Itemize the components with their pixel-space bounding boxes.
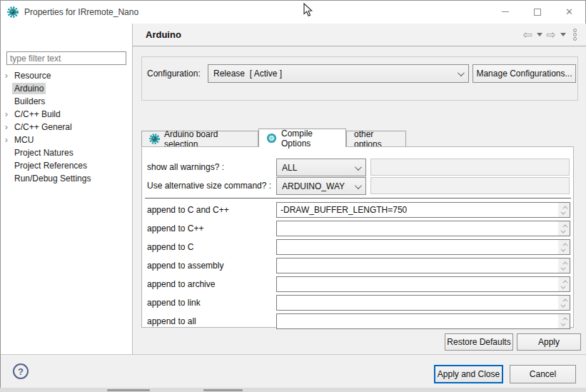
restore-defaults-button[interactable]: Restore Defaults xyxy=(445,333,513,351)
expand-chevron-icon[interactable] xyxy=(1,134,12,146)
append-all-label: append to all xyxy=(147,316,196,326)
append-cpp-input[interactable] xyxy=(276,221,570,236)
warnings-extra-field xyxy=(370,159,570,176)
back-icon[interactable]: ⇦ xyxy=(522,29,532,41)
spinner[interactable] xyxy=(558,240,570,254)
sloeber-gear-icon xyxy=(7,6,19,18)
append-all-input[interactable] xyxy=(276,313,570,329)
append-link-label: append to link xyxy=(147,298,201,308)
bottom-bar: ? Apply and Close Cancel xyxy=(1,355,586,388)
append-c-cpp-input[interactable] xyxy=(276,202,570,218)
append-assembly-label: append to assembly xyxy=(147,261,223,271)
close-button[interactable]: ✕ xyxy=(553,1,585,23)
sidebar-item-project-natures[interactable]: Project Natures xyxy=(1,146,132,159)
spinner[interactable] xyxy=(558,258,570,273)
filter-input[interactable] xyxy=(6,51,126,65)
background-app-strip xyxy=(0,388,586,392)
tab-other-options[interactable]: other options xyxy=(346,131,406,146)
compile-options-tab-icon xyxy=(266,133,277,144)
title-bar[interactable]: Properties for IRremote_Nano ✕ xyxy=(1,1,585,24)
append-c-cpp-label: append to C and C++ xyxy=(147,205,229,215)
sidebar-item-mcu[interactable]: MCU xyxy=(1,134,132,146)
configuration-label: Configuration: xyxy=(147,69,201,79)
sidebar-item-builders[interactable]: Builders xyxy=(1,95,132,108)
cancel-button[interactable]: Cancel xyxy=(510,365,576,383)
configuration-select[interactable]: Release [ Active ] xyxy=(208,64,469,83)
size-command-select[interactable]: ARDUINO_WAY xyxy=(276,177,366,195)
spinner[interactable] xyxy=(558,296,570,310)
help-icon[interactable]: ? xyxy=(13,363,29,379)
sidebar-item-run-debug-settings[interactable]: Run/Debug Settings xyxy=(1,172,132,185)
append-c-input[interactable] xyxy=(276,239,570,255)
page-title: Arduino xyxy=(146,29,181,40)
tab-arduino-board-selection[interactable]: Arduino board selection xyxy=(141,131,258,146)
apply-and-close-button[interactable]: Apply and Close xyxy=(434,365,503,383)
warnings-label: show all warnings? : xyxy=(147,162,224,172)
append-c-label: append to C xyxy=(147,242,193,252)
sidebar-item-project-references[interactable]: Project References xyxy=(1,159,132,172)
window-title: Properties for IRremote_Nano xyxy=(24,7,138,17)
sidebar-item-cpp-build[interactable]: C/C++ Build xyxy=(1,108,132,121)
expand-chevron-icon[interactable] xyxy=(1,121,12,134)
manage-configurations-button[interactable]: Manage Configurations... xyxy=(473,64,576,83)
spinner[interactable] xyxy=(558,314,570,328)
sidebar-item-resource[interactable]: Resource xyxy=(1,69,132,82)
section-divider xyxy=(145,198,571,198)
sidebar-item-arduino[interactable]: Arduino xyxy=(1,82,132,95)
size-command-label: Use alternative size command? : xyxy=(147,181,271,191)
tab-compile-options[interactable]: Compile Options xyxy=(258,129,346,147)
board-selection-tab-icon xyxy=(149,134,160,144)
expand-chevron-icon[interactable] xyxy=(1,69,12,82)
properties-dialog: Properties for IRremote_Nano ✕ Resource … xyxy=(0,0,586,388)
warnings-select[interactable]: ALL xyxy=(276,159,366,176)
sidebar-item-cpp-general[interactable]: C/C++ General xyxy=(1,121,132,134)
chevron-down-icon xyxy=(355,164,362,171)
append-archive-label: append to archive xyxy=(147,279,215,289)
main-panel: Configuration: Release [ Active ] Manage… xyxy=(133,46,586,354)
properties-tree: Resource Arduino Builders C/C++ Build C/… xyxy=(1,69,132,185)
chevron-down-icon xyxy=(355,182,362,189)
append-link-input[interactable] xyxy=(276,295,570,311)
sidebar: Resource Arduino Builders C/C++ Build C/… xyxy=(1,24,132,354)
spinner[interactable] xyxy=(558,221,570,236)
apply-button[interactable]: Apply xyxy=(517,333,581,351)
page-header: Arduino ⇦ ⇨ xyxy=(133,24,586,46)
maximize-button[interactable] xyxy=(521,1,553,23)
forward-icon[interactable]: ⇨ xyxy=(547,29,556,41)
compile-options-panel: show all warnings? : ALL Use alternative… xyxy=(141,146,574,328)
expand-chevron-icon[interactable] xyxy=(1,108,12,121)
view-menu-icon[interactable] xyxy=(573,29,577,41)
append-assembly-input[interactable] xyxy=(276,258,570,273)
spinner[interactable] xyxy=(558,203,570,217)
minimize-button[interactable] xyxy=(489,1,521,23)
append-archive-input[interactable] xyxy=(276,276,570,292)
spinner[interactable] xyxy=(558,277,570,291)
back-dropdown-icon[interactable] xyxy=(537,33,542,36)
size-command-extra-field xyxy=(370,177,570,194)
forward-dropdown-icon[interactable] xyxy=(560,33,566,36)
close-icon: ✕ xyxy=(565,7,573,16)
chevron-down-icon xyxy=(458,69,465,76)
minimize-icon xyxy=(502,11,509,12)
maximize-icon xyxy=(534,9,541,16)
append-cpp-label: append to C++ xyxy=(147,223,203,233)
